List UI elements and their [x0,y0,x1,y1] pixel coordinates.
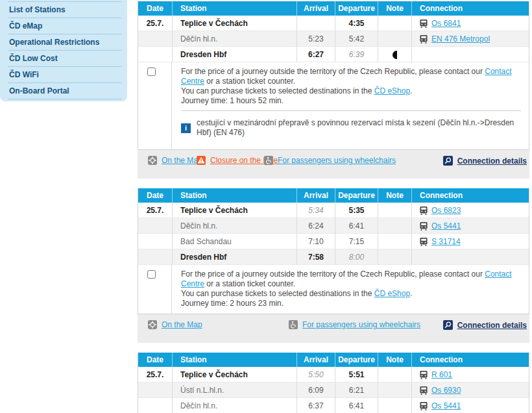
date-value [138,218,172,234]
station-row: Děčín hl.n. 6:37 6:41 Os 5441 [138,398,529,413]
wheelchair-access-link[interactable]: For passengers using wheelchairs [289,320,420,329]
departure-time: 7:15 [335,234,378,249]
connection-notice-row: For the price of a journey outside the t… [138,265,529,314]
train-icon [420,206,428,215]
train-icon [420,35,428,44]
half-moon-icon [393,51,397,59]
sidebar-item-cd-low-cost[interactable]: ČD Low Cost [0,51,127,66]
select-connection-checkbox[interactable] [147,270,156,279]
journey-time: Journey time: 2 hours 23 min. [181,299,521,308]
on-the-map-label: On the Map [162,320,202,329]
train-link[interactable]: Os 6841 [431,16,461,31]
wheelchair-access-label: For passengers using wheelchairs [278,156,396,165]
connection-footer: On the Map For passengers using wheelcha… [138,314,529,343]
connection-cell: Os 6823 [411,203,529,218]
train-link[interactable]: EN 476 Metropol [431,31,490,47]
notice-text: You can purchase tickets to selected des… [181,289,374,298]
departure-time: 6:41 [335,398,378,413]
station-name: Děčín hl.n. [172,31,296,47]
arrival-time: 7:58 [296,249,335,265]
arrival-time: 6:24 [296,218,335,234]
arrival-time: 6:37 [296,398,335,413]
map-target-icon [148,156,157,165]
notice-line-1: For the price of a journey outside the t… [181,269,521,289]
station-name: Ústí n.L.hl.n. [172,382,296,398]
wheelchair-icon [264,156,273,165]
train-link[interactable]: R 601 [431,367,452,382]
info-icon: i [181,123,191,133]
column-header-date: Date [138,1,172,16]
sidebar: List of Stations ČD eMap Operational Res… [0,0,127,101]
on-the-map-link[interactable]: On the Map [148,320,202,329]
note-cell [378,31,411,47]
cd-eshop-link[interactable]: ČD eShop [374,289,410,298]
wheelchair-access-link[interactable]: For passengers using wheelchairs [264,156,396,165]
column-header-arrival: Arrival [296,1,335,16]
sidebar-item-cd-wifi[interactable]: ČD WiFi [0,67,127,82]
column-header-note: Note [378,353,411,367]
train-link[interactable]: Os 5441 [431,398,461,413]
station-row: 25.7. Teplice v Čechách 4:35 Os 6841 [138,16,529,31]
column-header-departure: Departure [335,1,378,16]
reservation-info-text: cestující v mezinárodní přepravě s povin… [197,118,521,138]
note-cell [378,249,411,265]
train-icon [420,371,428,379]
station-row: 25.7. Teplice v Čechách 5:50 5:51 R 601 [138,367,529,382]
arrival-time: 6:27 [296,47,335,62]
train-link[interactable]: Os 5441 [431,218,461,234]
journey-time: Journey time: 1 hours 52 min. [181,96,521,106]
station-row: 25.7. Teplice v Čechách 5:34 5:35 Os 682… [138,203,529,218]
note-cell [378,47,411,62]
train-link[interactable]: Os 6930 [431,382,461,398]
sidebar-item-cd-emap[interactable]: ČD eMap [0,18,127,34]
train-icon [420,238,428,246]
station-name: Teplice v Čechách [172,16,296,31]
on-the-map-link[interactable]: On the Map [148,156,202,165]
departure-time: 5:35 [335,203,378,218]
notice-text: . [410,86,412,95]
station-name: Děčín hl.n. [172,398,296,413]
connection-cell: S 31714 [411,234,529,249]
date-value [138,249,172,265]
note-cell [378,16,411,31]
date-value: 25.7. [138,203,172,218]
date-value [138,31,172,47]
column-header-connection: Connection [411,1,529,16]
checkbox-cell [138,265,172,314]
note-cell [378,382,411,398]
notice-text-cell: For the price of a journey outside the t… [172,62,529,149]
arrival-time: 7:10 [296,234,335,249]
column-header-note: Note [378,188,411,203]
station-row: Děčín hl.n. 6:24 6:41 Os 5441 [138,218,529,234]
connection-details-link[interactable]: Connection details [443,156,527,166]
sidebar-item-operational-restrictions[interactable]: Operational Restrictions [0,34,127,50]
train-icon [420,222,428,231]
sidebar-item-list-of-stations[interactable]: List of Stations [0,2,127,18]
select-connection-checkbox[interactable] [147,68,156,76]
notice-text-cell: For the price of a journey outside the t… [172,265,529,314]
notice-text: . [410,289,412,298]
connection-details-link[interactable]: Connection details [443,320,527,330]
column-header-connection: Connection [411,188,529,203]
note-cell [378,398,411,413]
arrival-time: 5:50 [296,367,335,382]
departure-time: 6:41 [335,218,378,234]
departure-time: 6:21 [335,382,378,398]
note-cell [378,234,411,249]
arrival-time [296,16,335,31]
column-header-note: Note [378,1,411,16]
departure-time: 5:51 [335,367,378,382]
train-link[interactable]: S 31714 [431,234,461,249]
arrival-time: 6:09 [296,382,335,398]
arrival-time: 5:34 [296,203,335,218]
train-link[interactable]: Os 6823 [431,203,461,218]
date-value [138,47,172,62]
date-value [138,382,172,398]
date-value [138,234,172,249]
notice-text: or a station ticket counter. [204,279,295,288]
connection-cell [411,249,529,265]
sidebar-item-on-board-portal[interactable]: On-Board Portal [0,83,127,99]
connection-details-label: Connection details [457,156,527,166]
connection-cell: R 601 [411,367,529,382]
cd-eshop-link[interactable]: ČD eShop [374,86,410,95]
